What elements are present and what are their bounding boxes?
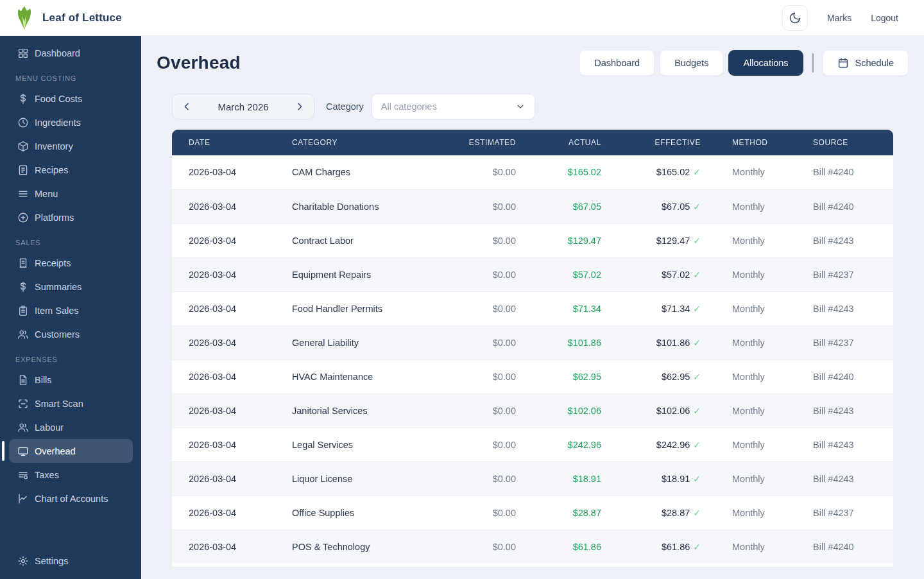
dark-mode-toggle[interactable]: [782, 5, 808, 31]
cell-method: Monthly: [724, 257, 805, 291]
table-row: 2026-03-04 Charitable Donations $0.00 $6…: [172, 189, 893, 223]
sidebar-item-food-costs[interactable]: Food Costs: [9, 87, 133, 110]
cell-date: 2026-03-04: [172, 257, 275, 291]
sidebar-item-dashboard[interactable]: Dashboard: [9, 41, 133, 65]
users-icon: [17, 329, 29, 340]
main-content: Overhead Dashboard Budgets Allocations S…: [141, 36, 924, 579]
category-select[interactable]: All categories: [372, 94, 535, 119]
cell-estimated: $0.00: [422, 257, 518, 291]
cell-source: Bill #4237: [805, 257, 893, 291]
logout-link[interactable]: Logout: [871, 13, 898, 23]
cell-effective: $101.86✓: [605, 325, 724, 359]
table-row: 2026-03-04 CAM Charges $0.00 $165.02 $16…: [172, 155, 893, 189]
cell-category: Liquor License: [275, 462, 422, 496]
table-row: 2026-03-04 HVAC Maintenance $0.00 $62.95…: [172, 359, 893, 393]
cell-effective: $28.87✓: [605, 496, 724, 530]
cell-effective: $242.96✓: [605, 428, 724, 462]
cell-category: Equipment Repairs: [275, 257, 422, 291]
sidebar-item-customers[interactable]: Customers: [9, 322, 133, 346]
check-icon: ✓: [693, 338, 701, 348]
cell-source: Bill #4243: [805, 223, 893, 257]
cell-date: 2026-03-04: [172, 393, 275, 428]
cell-estimated: $0.00: [422, 393, 518, 428]
cell-source: Bill #4243: [805, 393, 893, 428]
category-label: Category: [326, 101, 364, 112]
sidebar-item-inventory[interactable]: Inventory: [9, 134, 133, 158]
gear-icon: [17, 555, 29, 567]
table-row: 2026-03-04 Food Handler Permits $0.00 $7…: [172, 291, 893, 325]
table-header-row: Date Category Estimated Actual Effective…: [172, 130, 893, 155]
chevron-right-icon: [295, 101, 305, 112]
sidebar-item-receipts[interactable]: Receipts: [9, 251, 133, 275]
table-row: 2026-03-04 Contract Labor $0.00 $129.47 …: [172, 223, 893, 257]
cell-actual: $67.05: [518, 189, 605, 223]
dollar-icon: [17, 93, 29, 105]
table-row: 2026-03-04 Office Supplies $0.00 $28.87 …: [172, 496, 893, 530]
schedule-button[interactable]: Schedule: [823, 50, 909, 76]
budgets-button[interactable]: Budgets: [660, 50, 723, 76]
sidebar-item-summaries[interactable]: Summaries: [9, 275, 133, 298]
cell-source: Bill #4243: [805, 462, 893, 496]
sidebar-item-item-sales[interactable]: Item Sales: [9, 298, 133, 322]
check-icon: ✓: [693, 508, 701, 518]
sidebar-item-menu[interactable]: Menu: [9, 182, 133, 205]
cell-effective: $18.91✓: [605, 462, 724, 496]
dashboard-button[interactable]: Dashboard: [579, 50, 654, 76]
cell-source: Bill #4240: [805, 530, 893, 564]
receipt-icon: [17, 257, 29, 269]
cell-date: 2026-03-04: [172, 155, 275, 189]
cell-estimated: $0.00: [422, 462, 518, 496]
sidebar-item-bills[interactable]: Bills: [9, 368, 133, 392]
col-header-source: Source: [805, 130, 893, 155]
cell-effective: $67.05✓: [605, 189, 724, 223]
sidebar-item-platforms[interactable]: Platforms: [9, 205, 133, 229]
sidebar-item-overhead[interactable]: Overhead: [9, 439, 133, 463]
cell-date: 2026-03-04: [172, 496, 275, 530]
divider: [812, 53, 814, 73]
col-header-date: Date: [172, 130, 275, 155]
cell-category: General Liability: [275, 325, 422, 359]
recipe-book-icon: [17, 164, 29, 176]
topbar: Leaf of Lettuce Marks Logout: [0, 0, 924, 36]
col-header-effective: Effective: [605, 130, 724, 155]
cell-effective: $165.02✓: [605, 155, 724, 189]
sidebar-item-labour[interactable]: Labour: [9, 415, 133, 439]
sidebar-item-chart-of-accounts[interactable]: Chart of Accounts: [9, 487, 133, 510]
cell-estimated: $0.00: [422, 428, 518, 462]
page-title: Overhead: [157, 53, 241, 73]
marks-link[interactable]: Marks: [827, 13, 851, 23]
sidebar-item-settings[interactable]: Settings: [9, 549, 133, 573]
cell-actual: $61.86: [518, 530, 605, 564]
allocations-button[interactable]: Allocations: [728, 50, 803, 76]
cell-estimated: $0.00: [422, 359, 518, 393]
menu-lines-icon: [17, 188, 29, 200]
cell-effective: $57.02✓: [605, 257, 724, 291]
cell-date: 2026-03-04: [172, 462, 275, 496]
cell-effective: $71.34✓: [605, 291, 724, 325]
cell-source: Bill #4243: [805, 428, 893, 462]
cell-estimated: $0.00: [422, 189, 518, 223]
cell-effective: $62.95✓: [605, 359, 724, 393]
prev-month-button[interactable]: [173, 94, 201, 119]
cell-method: Monthly: [724, 359, 805, 393]
sidebar-item-taxes[interactable]: Taxes: [9, 463, 133, 487]
col-header-actual: Actual: [518, 130, 605, 155]
brand: Leaf of Lettuce: [0, 6, 122, 30]
dollar-icon: [17, 281, 29, 293]
cell-category: POS & Technology: [275, 530, 422, 564]
cell-effective: $61.86✓: [605, 530, 724, 564]
cell-source: Bill #4240: [805, 155, 893, 189]
sidebar: Dashboard MENU COSTING Food Costs Ingred…: [0, 36, 141, 579]
cell-estimated: $0.00: [422, 530, 518, 564]
check-icon: ✓: [693, 202, 701, 212]
partial-next-row: [172, 564, 893, 567]
cube-icon: [17, 141, 29, 152]
next-month-button[interactable]: [286, 94, 314, 119]
sidebar-item-smart-scan[interactable]: Smart Scan: [9, 392, 133, 415]
sidebar-item-ingredients[interactable]: Ingredients: [9, 110, 133, 134]
plus-circle-icon: [17, 212, 29, 223]
sidebar-item-recipes[interactable]: Recipes: [9, 158, 133, 182]
month-label: March 2026: [201, 101, 286, 112]
cell-source: Bill #4243: [805, 291, 893, 325]
cell-estimated: $0.00: [422, 496, 518, 530]
